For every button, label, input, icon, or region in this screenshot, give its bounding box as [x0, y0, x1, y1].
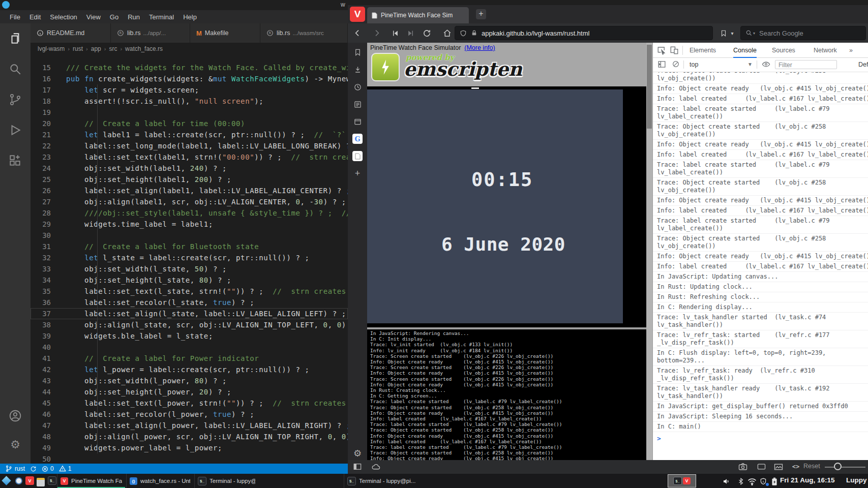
home-button[interactable]: [440, 27, 454, 39]
extensions-icon[interactable]: [7, 152, 23, 169]
menu-item-file[interactable]: File: [5, 13, 25, 21]
context-caret-icon[interactable]: ▼: [747, 62, 753, 67]
editor-tab-lib-rs[interactable]: Rlib.rs.../app/...: [111, 23, 190, 43]
devtools-tab-elements[interactable]: Elements: [690, 43, 716, 58]
log-levels-dropdown[interactable]: Defa: [858, 61, 868, 68]
taskbar-window-3[interactable]: $_Terminal - luppy@pi...: [194, 474, 258, 488]
devtools-tab-console[interactable]: Console: [733, 43, 757, 58]
page-output-console[interactable]: In JavaScript: Rendering canvas... In C:…: [367, 329, 646, 460]
add-panel-icon[interactable]: +: [352, 168, 363, 179]
volume-icon[interactable]: [721, 477, 732, 486]
problems-item[interactable]: 0 1: [42, 465, 71, 472]
branch-item[interactable]: rust: [5, 465, 25, 472]
devtools-console-log[interactable]: Trace: Object create started (lv_obj.c #…: [653, 72, 868, 460]
file-manager-icon[interactable]: [37, 476, 46, 485]
breadcrumb-item[interactable]: app: [91, 45, 101, 52]
forward-button[interactable]: [370, 27, 383, 39]
tray-window-thumbnail[interactable]: $_ V: [668, 474, 696, 487]
notes-panel-icon[interactable]: [352, 99, 363, 110]
menu-item-selection[interactable]: Selection: [45, 13, 81, 21]
images-toggle-icon[interactable]: [773, 462, 784, 471]
panel-toggle-icon[interactable]: [352, 462, 363, 471]
battery-icon[interactable]: [769, 477, 780, 486]
app-menu-icon[interactable]: [2, 476, 11, 485]
menu-item-run[interactable]: Run: [123, 13, 144, 21]
clear-console-icon[interactable]: [672, 60, 680, 68]
account-icon[interactable]: [7, 408, 23, 424]
bluetooth-icon[interactable]: [735, 477, 746, 486]
address-bar[interactable]: appkaki.github.io/lvgl-wasm/rust.html: [455, 26, 713, 40]
more-info-link[interactable]: (More info): [464, 44, 495, 51]
source-control-icon[interactable]: [7, 92, 23, 108]
window-panel-icon[interactable]: [352, 116, 363, 127]
sync-item[interactable]: [30, 466, 37, 472]
console-prompt[interactable]: >: [653, 432, 868, 445]
zoom-slider-knob[interactable]: [834, 463, 842, 470]
rewind-button[interactable]: [388, 27, 402, 39]
new-tab-button[interactable]: +: [476, 9, 486, 19]
web-panel-page-icon[interactable]: [352, 150, 363, 162]
sync-cloud-icon[interactable]: [370, 462, 381, 471]
downloads-panel-icon[interactable]: [352, 64, 363, 75]
history-panel-icon[interactable]: [352, 81, 363, 93]
vivaldi-menu-button[interactable]: V: [350, 7, 365, 22]
console-sidebar-icon[interactable]: [657, 60, 666, 69]
makefile-icon: M: [196, 28, 202, 38]
breadcrumb-item[interactable]: rust: [73, 45, 83, 52]
capture-camera-icon[interactable]: [737, 462, 749, 471]
taskbar-window-1[interactable]: VPineTime Watch Fac...: [57, 474, 125, 488]
menu-item-terminal[interactable]: Terminal: [144, 13, 178, 21]
more-tabs-icon[interactable]: »: [849, 43, 853, 58]
zoom-slider[interactable]: [825, 467, 865, 468]
browser-launcher-icon[interactable]: [14, 476, 23, 485]
browser-tab[interactable]: PineTime Watch Face Sim: [367, 7, 469, 23]
search-field[interactable]: ▾ Search Google: [740, 26, 866, 40]
inspect-element-icon[interactable]: [657, 46, 666, 55]
security-shield-icon[interactable]: [758, 477, 769, 486]
breadcrumb[interactable]: lvgl-wasm›rust›app›src›watch_face.rs: [31, 43, 348, 55]
breadcrumb-item[interactable]: lvgl-wasm: [38, 45, 65, 52]
user-label[interactable]: Luppy: [846, 476, 867, 484]
google-translate-panel-icon[interactable]: G: [352, 133, 363, 144]
back-button[interactable]: [351, 27, 364, 39]
devtools-tab-sources[interactable]: Sources: [772, 43, 795, 58]
page-scrollbar-thumb[interactable]: [647, 45, 652, 129]
code-editor[interactable]: 15/// Create the widgets for the Watch F…: [31, 55, 348, 464]
reload-button[interactable]: [420, 27, 433, 39]
line-text: label::set_align(label1, label::LV_LABEL…: [51, 185, 348, 196]
editor-tab-makefile[interactable]: MMakefile: [190, 23, 260, 43]
clock[interactable]: Fri 21 Aug, 16:15: [780, 476, 835, 484]
search-icon[interactable]: [7, 61, 23, 77]
zoom-reset-button[interactable]: Reset: [803, 463, 820, 470]
menu-item-edit[interactable]: Edit: [25, 13, 45, 21]
terminal-launcher-icon[interactable]: $_: [48, 476, 57, 485]
editor-tab-readme-md[interactable]: README.md: [31, 23, 111, 43]
menu-item-view[interactable]: View: [82, 13, 105, 21]
page-scrollbar[interactable]: [646, 43, 652, 460]
live-expression-eye-icon[interactable]: [762, 60, 770, 69]
filter-input[interactable]: Filter: [775, 60, 837, 69]
vivaldi-launcher-icon[interactable]: V: [25, 476, 35, 485]
watchface-canvas[interactable]: 00:15 6 June 2020: [367, 86, 646, 327]
panel-settings-gear-icon[interactable]: ⚙: [352, 447, 363, 459]
menu-item-go[interactable]: Go: [105, 13, 123, 21]
fast-forward-button[interactable]: [404, 27, 417, 39]
explorer-icon[interactable]: [7, 30, 23, 47]
bookmark-dropdown-icon[interactable]: ▾: [728, 27, 736, 39]
tiling-icon[interactable]: [756, 462, 767, 471]
context-selector[interactable]: top: [690, 61, 698, 68]
settings-gear-icon[interactable]: ⚙: [7, 436, 23, 452]
taskbar-window-2[interactable]: {}watch_face.rs - Untitl...: [126, 474, 193, 488]
menu-item-help[interactable]: Help: [178, 13, 201, 21]
line-number: 44: [31, 386, 51, 398]
page-actions-icon[interactable]: <>: [790, 462, 801, 471]
editor-tab-lib-rs[interactable]: Rlib.rs.../wasm/src: [260, 23, 348, 43]
wifi-icon[interactable]: [746, 477, 758, 486]
breadcrumb-item[interactable]: watch_face.rs: [125, 45, 163, 52]
taskbar-window-4[interactable]: $_Terminal - luppy@pi...: [344, 474, 421, 488]
device-toolbar-icon[interactable]: [670, 46, 679, 55]
devtools-tab-network[interactable]: Network: [814, 43, 837, 58]
breadcrumb-item[interactable]: src: [109, 45, 117, 52]
run-debug-icon[interactable]: [7, 122, 23, 138]
bookmarks-panel-icon[interactable]: [352, 47, 363, 58]
